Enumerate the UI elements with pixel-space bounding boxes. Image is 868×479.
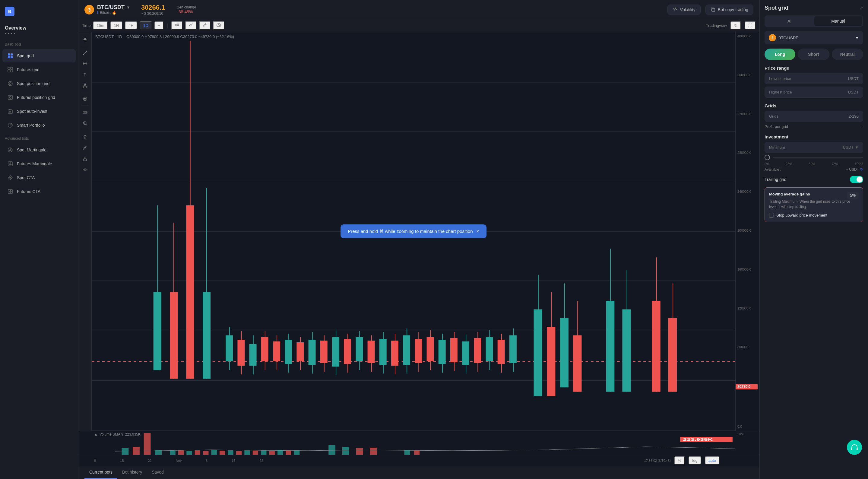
app-logo[interactable]: B [5, 7, 14, 16]
toast-close-button[interactable]: × [476, 229, 479, 234]
available-label: Available : [765, 168, 781, 172]
emoji-tool[interactable] [80, 94, 90, 104]
lock-tool[interactable] [80, 154, 90, 163]
fullscreen-button[interactable]: ⛶ [745, 22, 756, 30]
pen-tool[interactable] [80, 143, 90, 153]
pin-tool[interactable] [80, 132, 90, 142]
slider-track[interactable] [773, 157, 863, 158]
svg-rect-77 [170, 292, 178, 379]
stop-upward-checkbox[interactable] [769, 213, 774, 217]
coin-name: Bitcoin [100, 10, 111, 15]
trailing-label: Trailing grid [765, 177, 786, 182]
sidebar-item-spot-grid[interactable]: Spot grid [2, 49, 76, 62]
crosshair-tool[interactable] [80, 34, 90, 44]
tool-separator-3 [82, 106, 89, 106]
svg-rect-7 [10, 70, 13, 72]
current-price-badge: 30270.0 [736, 384, 757, 389]
currency-selector[interactable]: USDT ▼ [843, 145, 859, 150]
horizontal-line-tool[interactable] [80, 59, 90, 68]
interval-more[interactable]: ▾ [154, 22, 164, 30]
sidebar-item-futures-cta[interactable]: Futures CTA [2, 185, 76, 198]
trend-line-tool[interactable] [80, 48, 90, 58]
eye-tool[interactable] [80, 165, 90, 174]
timestamp: 17:36:02 (UTC+8) [644, 459, 671, 462]
refresh-available-icon[interactable]: ↻ [860, 168, 863, 172]
sidebar-item-spot-martingale[interactable]: Spot Martingale [2, 143, 76, 156]
investment-input[interactable]: USDT ▼ [765, 142, 863, 153]
direction-neutral-button[interactable]: Neutral [832, 49, 863, 60]
tab-ai[interactable]: AI [766, 16, 814, 26]
tab-bot-history[interactable]: Bot history [117, 466, 147, 479]
panel-expand-button[interactable]: ⤢ [859, 5, 863, 11]
tool-separator-4 [82, 130, 89, 130]
highest-price-field[interactable] [769, 90, 848, 94]
current-price-area: 30270.0 [737, 384, 757, 389]
direction-long-button[interactable]: Long [765, 49, 795, 60]
price-level: 360000.0 [737, 73, 757, 77]
chart-type-candle[interactable] [171, 21, 183, 30]
sidebar-item-futures-martingale[interactable]: Futures Martingale [2, 157, 76, 171]
highest-price-input[interactable]: USDT [765, 87, 863, 98]
pair-name[interactable]: BTC/USDT [97, 4, 125, 10]
direction-short-button[interactable]: Short [798, 49, 829, 60]
sidebar-item-spot-auto-invest[interactable]: Spot auto-invest [2, 105, 76, 118]
svg-point-9 [9, 83, 11, 85]
node-tool[interactable] [80, 81, 90, 90]
lowest-price-field[interactable] [769, 76, 848, 81]
indicators-button[interactable] [185, 21, 197, 30]
tooltip-title: Moving average gains [769, 192, 859, 197]
sidebar-item-spot-cta[interactable]: Spot CTA [2, 171, 76, 184]
sidebar-item-label: Spot Martingale [17, 148, 46, 152]
svg-rect-129 [498, 340, 505, 364]
pair-selector[interactable]: ₿ BTC/USDT ▼ [765, 31, 863, 44]
tab-manual[interactable]: Manual [814, 16, 863, 26]
grids-input[interactable]: 2-190 [765, 111, 863, 122]
investment-field[interactable] [769, 145, 843, 150]
overview-title: Overview [5, 25, 73, 31]
sidebar-item-futures-grid[interactable]: Futures grid [2, 63, 76, 76]
volatility-button[interactable]: Volatility [668, 4, 700, 15]
sidebar-overview-section[interactable]: Overview • • • • [0, 22, 78, 38]
btc-icon: ₿ [85, 5, 94, 14]
svg-rect-63 [84, 159, 87, 161]
chart-container: Time 15m 1H 4H 1D ▾ [79, 19, 760, 466]
lowest-price-input[interactable]: USDT [765, 73, 863, 84]
slider-handle[interactable] [765, 155, 770, 160]
tab-current-bots[interactable]: Current bots [85, 466, 117, 479]
screenshot-button[interactable] [213, 21, 224, 30]
zoom-tool[interactable] [80, 119, 90, 128]
pair-dropdown-icon[interactable]: ▼ [126, 5, 130, 10]
time-info-right: 17:36:02 (UTC+8) % log auto [644, 456, 720, 465]
grids-field[interactable] [769, 114, 849, 119]
candlestick-chart[interactable]: BTCUSDT · 1D O80000.0 H97909.8 L29999.9 … [92, 32, 735, 431]
sidebar-item-futures-position-grid[interactable]: Futures position grid [2, 91, 76, 104]
tab-saved[interactable]: Saved [147, 466, 168, 479]
percent-toggle[interactable]: % [674, 456, 685, 465]
svg-rect-172 [370, 448, 377, 455]
pct-100: 100% [855, 162, 863, 166]
draw-button[interactable] [199, 21, 211, 30]
svg-rect-157 [203, 451, 208, 455]
interval-1h[interactable]: 1H [111, 22, 123, 30]
trailing-toggle[interactable] [850, 176, 863, 183]
text-tool[interactable]: T [80, 70, 90, 79]
interval-4h[interactable]: 4H [125, 22, 137, 30]
bot-copy-trading-button[interactable]: Bot copy trading [706, 4, 753, 15]
topbar: ₿ BTC/USDT ▼ ℹ Bitcoin 🔥 30266.1 ≈ $ 30,… [79, 0, 760, 19]
refresh-button[interactable]: ↻ [731, 22, 741, 30]
panel-title: Spot grid [765, 5, 788, 11]
svg-rect-151 [144, 433, 151, 455]
investment-slider[interactable] [765, 153, 863, 162]
interval-1d[interactable]: 1D [140, 22, 152, 30]
price-level: 160000.0 [737, 268, 757, 271]
interval-15m[interactable]: 15m [93, 22, 108, 30]
price-section: 30266.1 ≈ $ 30,266.10 [141, 4, 165, 16]
auto-toggle[interactable]: auto [705, 456, 720, 465]
help-button[interactable] [847, 440, 862, 455]
available-row: Available : -- USDT ↻ [765, 168, 863, 172]
sidebar-item-spot-position-grid[interactable]: Spot position grid [2, 77, 76, 90]
svg-point-37 [86, 51, 87, 52]
log-toggle[interactable]: log [688, 456, 701, 465]
ruler-tool[interactable] [80, 108, 90, 117]
sidebar-item-smart-portfolio[interactable]: Smart Portfolio [2, 119, 76, 132]
